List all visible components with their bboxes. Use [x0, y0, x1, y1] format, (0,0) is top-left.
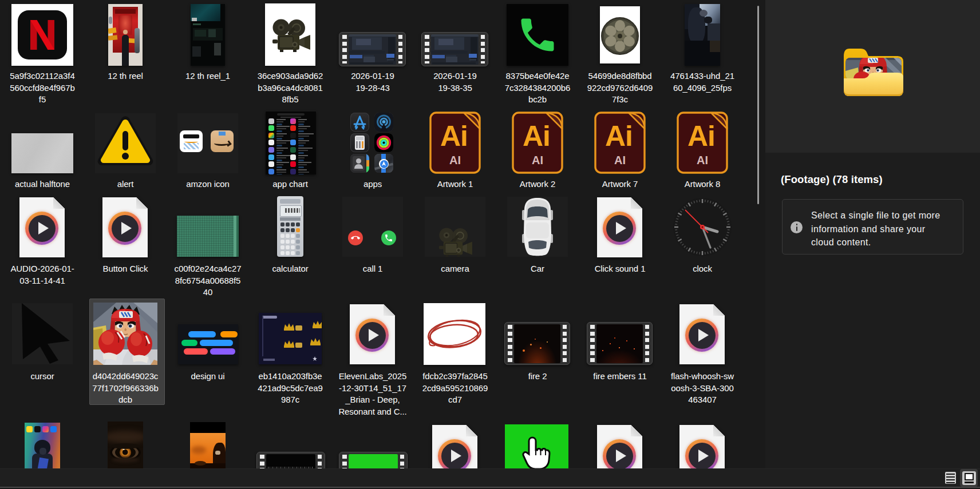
svg-text:Ai: Ai — [605, 120, 633, 152]
svg-text:Ai: Ai — [687, 120, 715, 152]
svg-text:Ai: Ai — [523, 120, 550, 152]
svg-text:Ai: Ai — [440, 120, 468, 152]
svg-text:AI: AI — [532, 154, 543, 166]
svg-text:AI: AI — [697, 154, 708, 166]
svg-text:AI: AI — [614, 154, 626, 166]
svg-text:AI: AI — [449, 154, 461, 166]
